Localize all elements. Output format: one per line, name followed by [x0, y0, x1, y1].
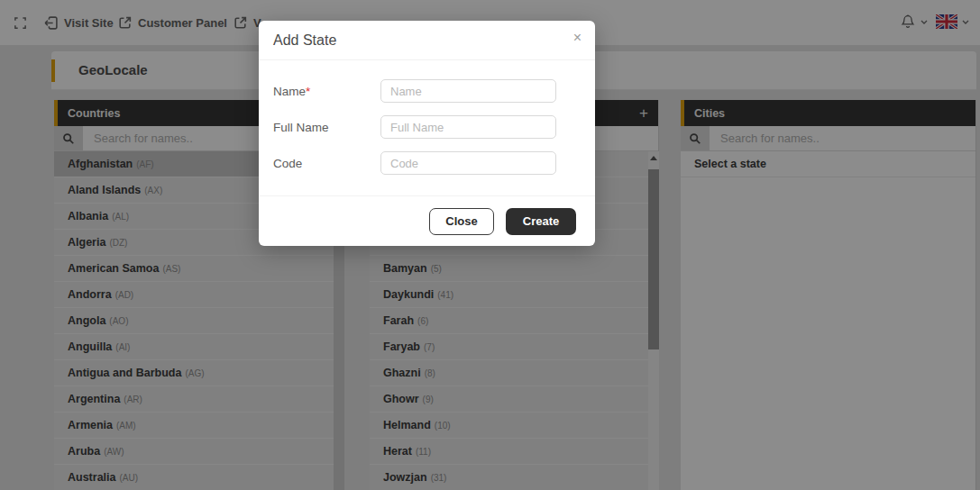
modal-header: Add State ×	[259, 21, 595, 60]
field-label-text: Name	[273, 85, 306, 98]
form-field-row: Name*	[259, 79, 595, 103]
create-button[interactable]: Create	[506, 208, 576, 235]
text-input[interactable]	[380, 79, 556, 103]
field-label: Full Name	[273, 121, 380, 134]
modal-title: Add State	[273, 32, 336, 49]
text-input[interactable]	[380, 115, 556, 139]
modal-body: Name* Full Name Code	[259, 60, 595, 175]
close-icon[interactable]: ×	[573, 30, 582, 46]
required-asterisk: *	[306, 85, 310, 98]
add-state-modal: Add State × Name* Full Name Code Close C…	[259, 21, 595, 246]
field-label: Name*	[273, 85, 380, 98]
form-field-row: Full Name	[259, 115, 595, 139]
modal-footer: Close Create	[259, 195, 595, 246]
field-label-text: Code	[273, 157, 302, 170]
text-input[interactable]	[380, 151, 556, 175]
field-label-text: Full Name	[273, 121, 329, 134]
field-label: Code	[273, 157, 380, 170]
form-field-row: Code	[259, 151, 595, 175]
close-button[interactable]: Close	[429, 208, 494, 235]
